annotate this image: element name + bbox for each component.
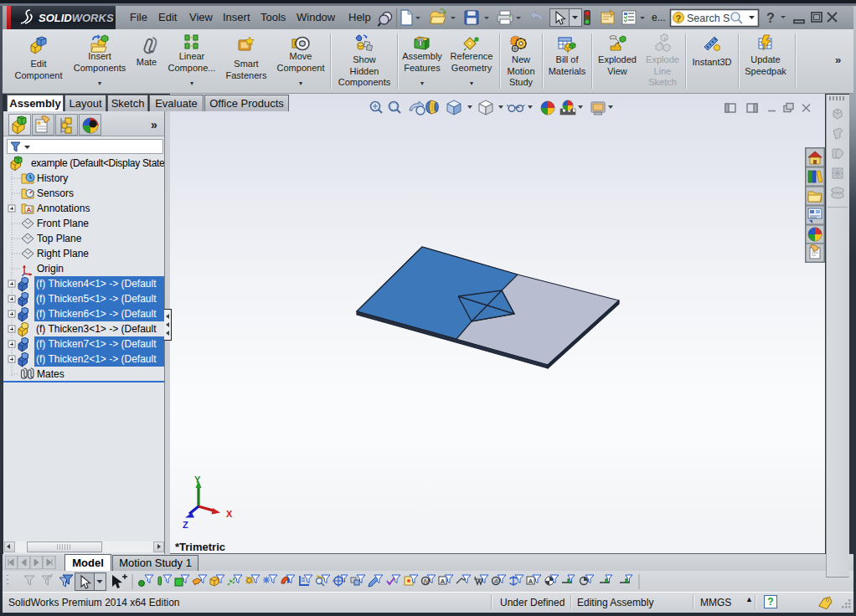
svg-text:A: A — [529, 578, 534, 585]
svg-text:N: N — [424, 578, 430, 586]
svg-text:X: X — [226, 509, 233, 519]
svg-text:A: A — [27, 206, 32, 213]
svg-text:Y: Y — [194, 475, 201, 485]
svg-text:SOLIDWORKS: SOLIDWORKS — [39, 12, 114, 24]
svg-text:Search S: Search S — [687, 13, 730, 24]
svg-text:e...: e... — [652, 12, 666, 23]
svg-text:?: ? — [676, 13, 682, 23]
svg-text:Z: Z — [183, 520, 188, 530]
svg-text:?: ? — [766, 11, 775, 25]
svg-text:A: A — [493, 578, 498, 585]
svg-text:A: A — [441, 578, 446, 585]
